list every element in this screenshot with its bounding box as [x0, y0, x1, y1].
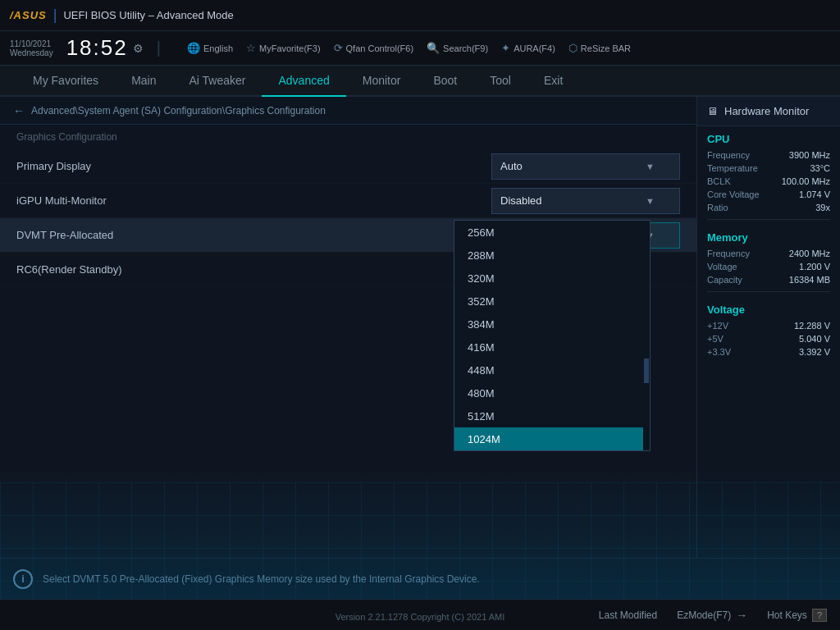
chevron-down-icon: ▼: [646, 162, 655, 171]
option-416m[interactable]: 416M: [454, 336, 650, 358]
v12-value: 12.288 V: [794, 321, 830, 331]
v33-label: +3.3V: [707, 347, 731, 357]
mem-frequency-label: Frequency: [707, 249, 750, 258]
dvmt-pre-allocated-label: DVMT Pre-Allocated: [16, 229, 491, 241]
mem-frequency-value: 2400 MHz: [789, 249, 830, 258]
primary-display-label: Primary Display: [16, 160, 491, 172]
hot-keys-btn[interactable]: Hot Keys ?: [767, 609, 827, 622]
option-288m[interactable]: 288M: [454, 244, 650, 267]
nav-item-tool[interactable]: Tool: [473, 66, 527, 97]
cpu-temperature-row: Temperature 33°C: [697, 162, 840, 175]
footer: Version 2.21.1278 Copyright (C) 2021 AMI…: [0, 599, 840, 630]
mem-voltage-label: Voltage: [707, 262, 737, 272]
search-icon: 🔍: [427, 42, 440, 54]
nav-item-main[interactable]: Main: [115, 66, 172, 97]
settings-icon[interactable]: ⚙: [133, 42, 144, 55]
asus-logo: /ASUS: [10, 9, 47, 21]
resize-label: ReSize BAR: [581, 43, 631, 53]
bios-header: /ASUS | UEFI BIOS Utility – Advanced Mod…: [0, 0, 840, 31]
hardware-monitor-panel: 🖥 Hardware Monitor CPU Frequency 3900 MH…: [696, 97, 840, 558]
cpu-temperature-label: Temperature: [707, 163, 758, 173]
option-512m[interactable]: 512M: [454, 404, 650, 427]
back-button[interactable]: ←: [13, 104, 25, 117]
qfan-label: Qfan Control(F6): [346, 43, 414, 53]
cpu-ratio-value: 39x: [815, 203, 830, 212]
primary-display-value[interactable]: Auto ▼: [491, 153, 680, 180]
info-text: Select DVMT 5.0 Pre-Allocated (Fixed) Gr…: [43, 573, 480, 585]
scroll-thumb: [644, 358, 649, 383]
language-label: English: [203, 43, 233, 53]
nav-item-exit[interactable]: Exit: [527, 66, 579, 97]
dropdown-scrollbar[interactable]: [643, 221, 650, 450]
mem-frequency-row: Frequency 2400 MHz: [697, 247, 840, 260]
search-label: Search(F9): [443, 43, 488, 53]
option-352m[interactable]: 352M: [454, 290, 650, 313]
nav-item-monitor[interactable]: Monitor: [346, 66, 418, 97]
time-display: 18:52: [66, 35, 128, 61]
info-bar: i Select DVMT 5.0 Pre-Allocated (Fixed) …: [0, 558, 840, 599]
primary-display-row: Primary Display Auto ▼: [0, 149, 696, 184]
option-256m[interactable]: 256M: [454, 221, 650, 244]
nav-item-my-favorites[interactable]: My Favorites: [16, 66, 115, 97]
mem-capacity-value: 16384 MB: [789, 275, 830, 285]
mem-capacity-label: Capacity: [707, 275, 742, 285]
aura-btn[interactable]: ✦ AURA(F4): [501, 42, 555, 54]
aura-icon: ✦: [501, 42, 510, 54]
time-bar: 11/10/2021 Wednesday 18:52 ⚙ | 🌐 English…: [0, 31, 840, 66]
cpu-ratio-row: Ratio 39x: [697, 201, 840, 214]
bios-title: UEFI BIOS Utility – Advanced Mode: [63, 9, 233, 21]
fan-icon: ⟳: [334, 42, 343, 54]
option-384m[interactable]: 384M: [454, 313, 650, 336]
breadcrumb: ← Advanced\System Agent (SA) Configurati…: [0, 97, 696, 125]
section-title: Graphics Configuration: [0, 125, 696, 149]
cpu-frequency-value: 3900 MHz: [789, 150, 830, 160]
hw-divider-2: [707, 291, 830, 292]
nav-item-advanced[interactable]: Advanced: [262, 66, 345, 97]
aura-label: AURA(F4): [514, 43, 555, 53]
mem-voltage-row: Voltage 1.200 V: [697, 260, 840, 273]
globe-icon: 🌐: [187, 42, 200, 54]
cpu-section-title: CPU: [697, 126, 840, 148]
v5-value: 5.040 V: [799, 334, 830, 344]
cpu-core-voltage-row: Core Voltage 1.074 V: [697, 188, 840, 201]
cpu-temperature-value: 33°C: [810, 163, 830, 173]
nav-item-ai-tweaker[interactable]: Ai Tweaker: [172, 66, 262, 97]
language-selector[interactable]: 🌐 English: [187, 42, 233, 54]
cpu-ratio-label: Ratio: [707, 203, 728, 212]
nav-item-boot[interactable]: Boot: [417, 66, 473, 97]
v33-row: +3.3V 3.392 V: [697, 345, 840, 358]
hw-monitor-title: 🖥 Hardware Monitor: [697, 97, 840, 126]
cpu-bclk-label: BCLK: [707, 176, 731, 186]
my-favorite-label: MyFavorite(F3): [259, 43, 321, 53]
option-320m[interactable]: 320M: [454, 267, 650, 290]
resize-bar-btn[interactable]: ⬡ ReSize BAR: [568, 42, 631, 54]
ez-mode-label: EzMode(F7): [677, 609, 731, 621]
igpu-multi-monitor-value[interactable]: Disabled ▼: [491, 188, 680, 214]
dvmt-dropdown-menu: 256M 288M 320M 352M 384M 416M 448M 480M: [454, 220, 651, 451]
ez-mode-btn[interactable]: EzMode(F7) →: [677, 609, 747, 622]
last-modified-btn[interactable]: Last Modified: [599, 609, 657, 621]
hot-keys-label: Hot Keys: [767, 609, 807, 621]
search-btn[interactable]: 🔍 Search(F9): [427, 42, 488, 54]
option-480m[interactable]: 480M: [454, 381, 650, 404]
igpu-multi-monitor-label: iGPU Multi-Monitor: [16, 194, 491, 207]
info-icon: i: [13, 569, 33, 589]
arrow-right-icon: →: [736, 609, 747, 622]
voltage-section-title: Voltage: [697, 297, 840, 319]
logo-area: /ASUS | UEFI BIOS Utility – Advanced Mod…: [10, 7, 234, 24]
my-favorite-btn[interactable]: ☆ MyFavorite(F3): [246, 42, 321, 54]
content-area: ← Advanced\System Agent (SA) Configurati…: [0, 97, 696, 558]
option-448m[interactable]: 448M: [454, 358, 650, 381]
memory-section-title: Memory: [697, 225, 840, 247]
cpu-bclk-value: 100.00 MHz: [782, 176, 830, 186]
igpu-multi-monitor-dropdown[interactable]: Disabled ▼: [491, 188, 680, 214]
qfan-btn[interactable]: ⟳ Qfan Control(F6): [334, 42, 414, 54]
primary-display-dropdown[interactable]: Auto ▼: [491, 153, 680, 180]
v12-label: +12V: [707, 321, 728, 331]
chevron-down-icon-2: ▼: [646, 196, 655, 206]
v5-row: +5V 5.040 V: [697, 332, 840, 345]
last-modified-label: Last Modified: [599, 609, 657, 621]
option-1024m[interactable]: 1024M: [454, 427, 650, 450]
question-icon: ?: [812, 609, 827, 622]
cpu-core-voltage-value: 1.074 V: [799, 189, 830, 199]
